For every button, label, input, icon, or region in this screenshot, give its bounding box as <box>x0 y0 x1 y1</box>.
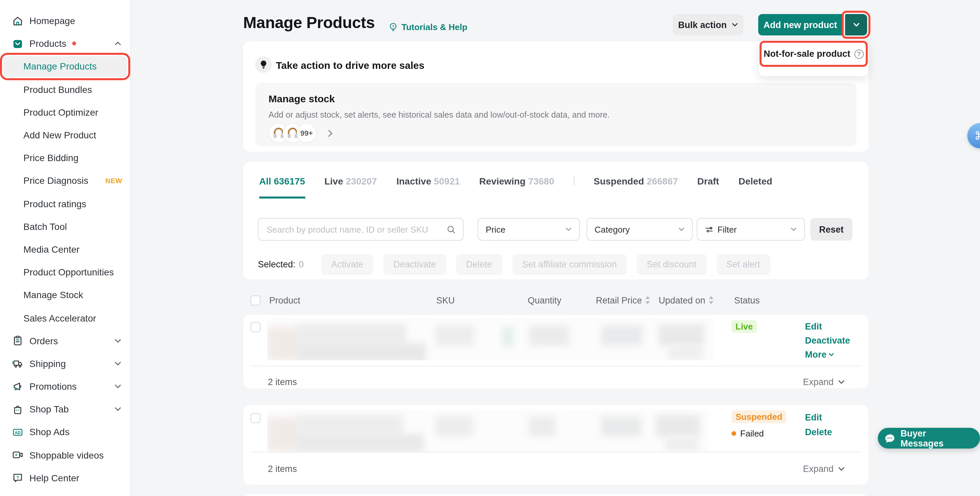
chevron-down-icon <box>732 21 738 28</box>
deactivate-button[interactable]: Deactivate <box>383 254 446 275</box>
failed-dot-icon <box>732 431 736 436</box>
sidebar-item-product-bundles[interactable]: Product Bundles <box>0 78 130 100</box>
svg-text:?: ? <box>16 475 19 480</box>
sidebar-item-manage-products[interactable]: Manage Products <box>3 56 127 77</box>
sidebar-item-sales-accelerator[interactable]: Sales Accelerator <box>0 306 130 329</box>
lightbulb-icon <box>255 56 272 73</box>
sidebar-item-shop-tab[interactable]: Shop Tab <box>0 398 130 421</box>
row-divider <box>250 452 861 453</box>
tab-live[interactable]: Live230207 <box>325 162 377 199</box>
stock-card-title: Manage stock <box>269 93 335 104</box>
add-product-split-chevron-button[interactable] <box>845 14 867 35</box>
expand-toggle[interactable]: Expand <box>803 464 845 474</box>
column-retail-price[interactable]: Retail Price <box>596 295 659 305</box>
sidebar-item-add-new-product[interactable]: Add New Product <box>0 124 130 147</box>
items-count: 2 items <box>268 464 297 474</box>
products-icon <box>12 38 23 49</box>
delete-button[interactable]: Delete <box>456 254 502 275</box>
price-select[interactable]: Price <box>478 218 580 241</box>
sidebar-item-label: Manage Products <box>23 61 97 72</box>
status-badge-suspended: Suspended <box>732 410 786 423</box>
filter-sliders-icon <box>705 225 713 234</box>
banner-title: Take action to drive more sales <box>276 59 425 71</box>
sidebar-item-homepage[interactable]: Homepage <box>0 10 130 32</box>
sidebar-item-shipping[interactable]: Shipping <box>0 352 130 375</box>
activate-button[interactable]: Activate <box>321 254 374 275</box>
sidebar: Homepage Products Manage Products Produc… <box>0 0 131 496</box>
blurred-product-data <box>267 319 715 360</box>
status-tabs: All636175 Live230207 Inactive50921 Revie… <box>259 162 772 199</box>
table-header: Product SKU Quantity Retail Price Update… <box>243 289 869 311</box>
sidebar-item-product-optimizer[interactable]: Product Optimizer <box>0 101 130 124</box>
expand-toggle[interactable]: Expand <box>803 377 845 387</box>
bulk-action-button[interactable]: Bulk action <box>673 14 743 35</box>
set-alert-button[interactable]: Set alert <box>716 254 770 275</box>
chevron-down-icon <box>114 360 122 367</box>
help-center-icon: ? <box>12 472 23 484</box>
chevron-down-icon <box>114 383 122 390</box>
filter-select[interactable]: Filter <box>697 218 805 241</box>
page-title: Manage Products <box>243 13 375 32</box>
reset-button[interactable]: Reset <box>810 218 853 241</box>
sidebar-item-price-bidding[interactable]: Price Bidding <box>0 147 130 169</box>
search-input[interactable] <box>265 223 446 235</box>
column-quantity: Quantity <box>528 295 596 305</box>
tab-all[interactable]: All636175 <box>259 162 305 199</box>
tab-suspended[interactable]: Suspended266867 <box>593 162 678 199</box>
sort-icon <box>708 296 714 304</box>
delete-link[interactable]: Delete <box>805 427 832 437</box>
tab-inactive[interactable]: Inactive50921 <box>396 162 460 199</box>
edit-link[interactable]: Edit <box>805 322 822 332</box>
chevron-down-icon <box>790 226 797 233</box>
buyer-messages-button[interactable]: Buyer Messages <box>878 428 980 448</box>
menu-item-not-for-sale-product[interactable]: Not-for-sale product ? <box>761 42 866 65</box>
promotions-megaphone-icon <box>12 381 23 392</box>
more-link[interactable]: More <box>805 349 835 360</box>
sidebar-item-shoppable-videos[interactable]: Shoppable videos <box>0 443 130 466</box>
items-count: 2 items <box>268 377 297 387</box>
category-select[interactable]: Category <box>587 218 693 241</box>
deactivate-link[interactable]: Deactivate <box>805 336 850 346</box>
sidebar-item-shop-ads[interactable]: AD Shop Ads <box>0 421 130 443</box>
tab-draft[interactable]: Draft <box>697 162 719 199</box>
sub-status-failed: Failed <box>732 429 764 439</box>
row-checkbox[interactable] <box>250 322 261 332</box>
tab-deleted[interactable]: Deleted <box>738 162 772 199</box>
status-badge-live: Live <box>732 320 757 333</box>
sidebar-item-product-ratings[interactable]: Product ratings <box>0 192 130 215</box>
sidebar-item-batch-tool[interactable]: Batch Tool <box>0 215 130 238</box>
sidebar-item-promotions[interactable]: Promotions <box>0 375 130 398</box>
sidebar-item-label: Homepage <box>29 15 75 26</box>
chevron-down-icon <box>565 226 572 233</box>
column-status: Status <box>734 295 805 305</box>
search-icon[interactable] <box>446 224 456 234</box>
row-checkbox[interactable] <box>250 413 261 423</box>
select-all-checkbox[interactable] <box>250 295 261 305</box>
set-discount-button[interactable]: Set discount <box>636 254 706 275</box>
sidebar-item-media-center[interactable]: Media Center <box>0 238 130 261</box>
sidebar-item-manage-stock[interactable]: Manage Stock <box>0 284 130 306</box>
sidebar-item-product-opportunities[interactable]: Product Opportunities <box>0 261 130 284</box>
notification-dot <box>73 42 76 46</box>
sidebar-item-products[interactable]: Products <box>0 32 130 55</box>
column-updated-on[interactable]: Updated on <box>659 295 734 305</box>
manage-stock-card[interactable]: Manage stock Add or adjust stock, set al… <box>255 83 856 147</box>
shop-bag-icon <box>12 404 23 415</box>
home-icon <box>12 15 23 26</box>
sort-icon <box>645 296 651 304</box>
edit-link[interactable]: Edit <box>805 412 822 423</box>
add-new-product-button[interactable]: Add new product <box>758 14 842 35</box>
shipping-truck-icon <box>12 358 23 369</box>
command-shortcut-widget[interactable]: ⌘ <box>967 123 980 148</box>
chevron-down-icon <box>829 352 835 357</box>
column-product: Product <box>269 295 436 305</box>
add-product-dropdown-menu: Not-for-sale product ? <box>759 40 869 76</box>
chevron-right-icon[interactable] <box>326 129 335 137</box>
tab-reviewing[interactable]: Reviewing73680 <box>479 162 554 199</box>
tutorials-help-link[interactable]: ? Tutorials & Help <box>388 22 467 32</box>
svg-text:AD: AD <box>15 431 21 435</box>
sidebar-item-help-center[interactable]: ? Help Center <box>0 467 130 489</box>
sidebar-item-price-diagnosis[interactable]: Price Diagnosis NEW <box>0 169 130 192</box>
set-affiliate-commission-button[interactable]: Set affiliate commission <box>512 254 627 275</box>
sidebar-item-orders[interactable]: Orders <box>0 329 130 352</box>
